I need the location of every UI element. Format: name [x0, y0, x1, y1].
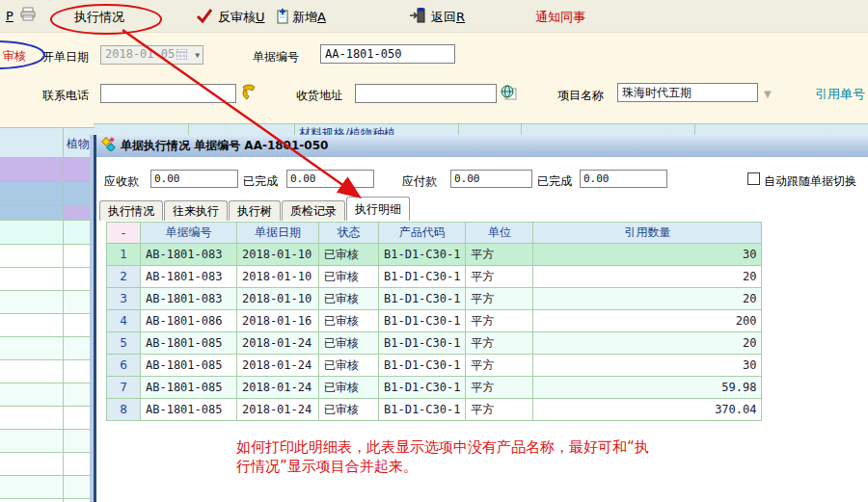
tab-质检记录[interactable]: 质检记录 — [282, 200, 345, 221]
cell[interactable]: B1-D1-C30-1 — [379, 244, 466, 266]
cell[interactable]: 平方 — [466, 266, 533, 288]
cell[interactable]: AB-1801-085 — [141, 332, 237, 355]
table-row-3[interactable]: 3AB-1801-0832018-01-10已审核B1-D1-C30-1平方20 — [107, 288, 762, 310]
cell[interactable]: 2018-01-10 — [237, 266, 319, 288]
cell[interactable]: AB-1801-085 — [141, 399, 237, 421]
address-input[interactable] — [355, 84, 497, 103]
receivable-input[interactable] — [150, 170, 238, 188]
table-row-6[interactable]: 6AB-1801-0852018-01-24已审核B1-D1-C30-1平方30 — [107, 355, 762, 377]
table-row-7[interactable]: 7AB-1801-0852018-01-24已审核B1-D1-C30-1平方59… — [107, 377, 762, 399]
cell[interactable]: 30 — [533, 244, 762, 266]
cell[interactable]: 1 — [107, 244, 141, 266]
phone-input[interactable] — [100, 84, 236, 103]
back-button[interactable]: 返回R — [431, 9, 465, 26]
cell[interactable]: B1-D1-C30-1 — [379, 266, 466, 288]
table-row-8[interactable]: 8AB-1801-0852018-01-24已审核B1-D1-C30-1平方37… — [107, 399, 762, 421]
dialog-titlebar[interactable]: 单据执行情况 单据编号 AA-1801-050 — [96, 135, 868, 157]
cell[interactable]: 200 — [533, 310, 762, 332]
project-dropdown-icon[interactable]: ▼ — [764, 89, 772, 99]
cell[interactable]: 2 — [107, 266, 141, 288]
cell[interactable]: 已审核 — [319, 332, 379, 355]
open-date-input[interactable]: 2018-01-05 ▼ — [100, 45, 203, 65]
cell[interactable]: B1-D1-C30-1 — [379, 332, 466, 355]
cell[interactable]: B1-D1-C30-1 — [379, 399, 466, 421]
tab-往来执行[interactable]: 往来执行 — [164, 200, 228, 221]
cell[interactable]: 2018-01-24 — [237, 399, 319, 421]
cell[interactable]: 7 — [107, 377, 141, 399]
date-dropdown-icon[interactable]: ▼ — [195, 51, 200, 60]
cell[interactable]: AB-1801-085 — [141, 377, 237, 399]
cell[interactable]: 59.98 — [533, 377, 762, 399]
column-header-单位[interactable]: 单位 — [466, 223, 533, 244]
cell[interactable]: 平方 — [466, 244, 533, 266]
cell[interactable]: 已审核 — [319, 399, 379, 421]
cell[interactable]: 已审核 — [319, 377, 379, 399]
cell[interactable]: 20 — [533, 266, 762, 288]
cell[interactable]: 4 — [107, 310, 141, 332]
ref-doc-link[interactable]: 引用单号 — [815, 86, 865, 103]
project-input[interactable] — [617, 83, 758, 102]
cell[interactable]: 6 — [107, 355, 141, 377]
print-button-partial[interactable]: P — [6, 9, 14, 23]
cell[interactable]: 平方 — [466, 377, 533, 399]
tab-执行明细[interactable]: 执行明细 — [346, 197, 410, 221]
table-row-1[interactable]: 1AB-1801-0832018-01-10已审核B1-D1-C30-1平方30 — [107, 244, 762, 266]
cell[interactable]: 5 — [107, 332, 141, 355]
cell[interactable]: AB-1801-083 — [141, 288, 237, 310]
cell[interactable]: 2018-01-10 — [237, 244, 319, 266]
cell[interactable]: 2018-01-16 — [237, 310, 319, 332]
cell[interactable]: B1-D1-C30-1 — [379, 377, 466, 399]
cell[interactable]: 已审核 — [319, 266, 379, 288]
tab-执行树[interactable]: 执行树 — [229, 200, 281, 221]
cell[interactable]: 8 — [107, 399, 141, 421]
column-header-rownum[interactable]: - — [107, 223, 141, 244]
doc-no-input[interactable] — [320, 44, 455, 64]
payable-label: 应付款 — [402, 173, 437, 190]
cell[interactable]: 已审核 — [319, 288, 379, 310]
cell[interactable]: 已审核 — [319, 355, 379, 377]
cell[interactable]: 20 — [533, 332, 762, 355]
cell[interactable]: 2018-01-10 — [237, 288, 319, 310]
calendar-icon[interactable] — [176, 49, 187, 63]
cell[interactable]: 3 — [107, 288, 141, 310]
cell[interactable]: 平方 — [466, 288, 533, 310]
payable-input[interactable] — [450, 170, 532, 188]
cell[interactable]: 平方 — [466, 310, 533, 332]
cell[interactable]: 平方 — [466, 332, 533, 355]
table-row-4[interactable]: 4AB-1801-0862018-01-16已审核B1-D1-C30-1平方20… — [107, 310, 762, 332]
notify-colleagues-button[interactable]: 通知同事 — [535, 9, 585, 26]
column-header-引用数量[interactable]: 引用数量 — [533, 223, 762, 244]
table-row-5[interactable]: 5AB-1801-0852018-01-24已审核B1-D1-C30-1平方20 — [107, 332, 762, 355]
unaudit-button[interactable]: 反审核U — [218, 9, 265, 26]
completed2-input[interactable] — [580, 170, 667, 188]
add-new-button[interactable]: 新增A — [292, 9, 326, 26]
cell[interactable]: B1-D1-C30-1 — [379, 288, 466, 310]
table-row-2[interactable]: 2AB-1801-0832018-01-10已审核B1-D1-C30-1平方20 — [107, 266, 762, 288]
cell[interactable]: 2018-01-24 — [237, 377, 319, 399]
tab-执行情况[interactable]: 执行情况 — [99, 200, 163, 221]
cell[interactable]: 30 — [533, 355, 762, 377]
cell[interactable]: 平方 — [466, 399, 533, 421]
cell[interactable]: B1-D1-C30-1 — [379, 310, 466, 332]
completed1-input[interactable] — [286, 170, 374, 188]
exec-status-button[interactable]: 执行情况 — [74, 9, 124, 26]
cell[interactable]: AB-1801-083 — [141, 266, 237, 288]
cell[interactable]: B1-D1-C30-1 — [379, 355, 466, 377]
cell[interactable]: AB-1801-085 — [141, 355, 237, 377]
cell[interactable]: 20 — [533, 288, 762, 310]
cell[interactable]: AB-1801-083 — [141, 244, 237, 266]
column-header-单据编号[interactable]: 单据编号 — [141, 223, 237, 244]
cell[interactable]: 已审核 — [319, 310, 379, 332]
phone-label: 联系电话 — [42, 88, 89, 104]
column-header-单据日期[interactable]: 单据日期 — [237, 223, 319, 244]
cell[interactable]: 已审核 — [319, 244, 379, 266]
column-header-状态[interactable]: 状态 — [319, 223, 379, 244]
auto-follow-checkbox[interactable] — [747, 172, 760, 185]
cell[interactable]: AB-1801-086 — [141, 310, 237, 332]
cell[interactable]: 370.04 — [533, 399, 762, 421]
cell[interactable]: 2018-01-24 — [237, 332, 319, 355]
column-header-产品代码[interactable]: 产品代码 — [379, 223, 466, 244]
printer-icon[interactable] — [19, 7, 37, 25]
cell[interactable]: 2018-01-24 — [237, 355, 319, 377]
cell[interactable]: 平方 — [466, 355, 533, 377]
